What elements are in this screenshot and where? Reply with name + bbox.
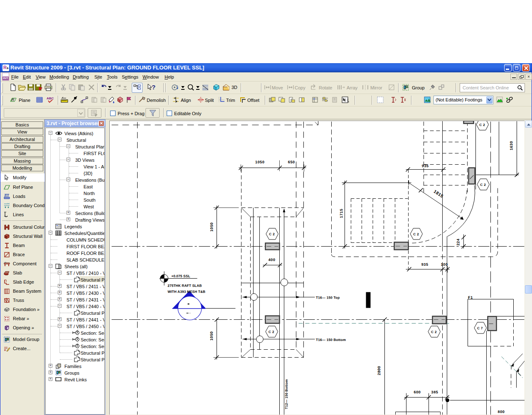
svg-text:T16— 150 Top: T16— 150 Top — [316, 296, 340, 299]
svg-text:1050: 1050 — [209, 331, 214, 341]
svg-text:F1: F1 — [468, 296, 473, 300]
svg-text:935: 935 — [422, 164, 429, 168]
svg-text:1630: 1630 — [509, 141, 513, 150]
svg-text:C 2: C 2 — [431, 330, 437, 334]
svg-text:1815: 1815 — [433, 189, 444, 199]
svg-text:935: 935 — [421, 262, 429, 267]
svg-text:?: ? — [152, 84, 155, 91]
svg-text:224: 224 — [456, 239, 460, 246]
svg-text:C 2: C 2 — [479, 123, 485, 127]
svg-text:C 2: C 2 — [269, 232, 275, 236]
svg-text:400: 400 — [268, 258, 276, 262]
svg-text:1715: 1715 — [339, 209, 343, 218]
svg-text:T12— 150 Bottom: T12— 150 Bottom — [285, 379, 288, 409]
svg-text:R: R — [12, 98, 15, 102]
svg-text:ABC: ABC — [47, 96, 54, 100]
svg-text:WITH A393 MESH T&B: WITH A393 MESH T&B — [167, 290, 205, 294]
svg-text:C 7: C 7 — [477, 326, 483, 330]
svg-text:C 2: C 2 — [413, 232, 419, 236]
svg-text:C 2: C 2 — [480, 183, 486, 187]
svg-text:1050: 1050 — [255, 160, 264, 164]
svg-text:+0.075 SSL: +0.075 SSL — [171, 274, 190, 278]
svg-text:600: 600 — [414, 390, 421, 394]
svg-text:2800: 2800 — [377, 366, 381, 375]
svg-text:650: 650 — [288, 160, 295, 164]
svg-text:100: 100 — [441, 262, 448, 267]
svg-text:C 2: C 2 — [268, 330, 274, 334]
svg-text:800: 800 — [498, 410, 505, 414]
svg-text:1050: 1050 — [209, 222, 214, 232]
svg-text:385: 385 — [431, 390, 438, 394]
svg-text:275THK RAFT SLAB: 275THK RAFT SLAB — [167, 284, 202, 288]
svg-text:T16— 150 Bottom: T16— 150 Bottom — [316, 338, 346, 342]
